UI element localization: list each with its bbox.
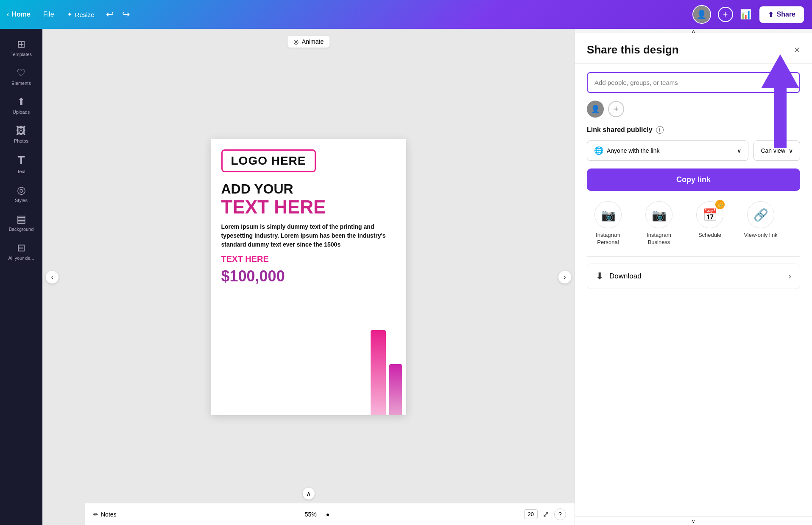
- divider: [587, 256, 800, 257]
- sidebar-item-photos[interactable]: 🖼 Photos: [2, 121, 40, 148]
- home-button[interactable]: ‹ Home: [7, 11, 31, 18]
- sidebar-item-templates[interactable]: ⊞ Templates: [2, 34, 40, 61]
- notes-button[interactable]: ✏ Notes: [93, 511, 117, 518]
- elements-label: Elements: [11, 81, 31, 86]
- share-panel: ∧ Share this design ✕ 👤 + Link shared pu…: [575, 29, 812, 525]
- share-input-wrap: [587, 72, 800, 93]
- schedule-icon-circle: 📅 👑: [696, 201, 723, 228]
- copy-link-button[interactable]: Copy link: [587, 168, 800, 191]
- instagram-business-label: Instagram Business: [638, 232, 680, 246]
- collapse-arrow-button[interactable]: ∧: [303, 488, 315, 500]
- zoom-slider-icon: —●—: [320, 511, 335, 518]
- link-shared-label: Link shared publicly: [587, 126, 653, 134]
- background-label: Background: [9, 227, 34, 232]
- bottom-bar: ✏ Notes 55% —●— 20 ⤢ ?: [85, 503, 575, 525]
- next-page-button[interactable]: ›: [558, 271, 571, 284]
- animate-label: Animate: [302, 38, 324, 45]
- resize-label: Resize: [75, 11, 95, 18]
- sidebar-item-background[interactable]: ▤ Background: [2, 209, 40, 236]
- elements-icon: ♡: [17, 67, 26, 79]
- home-label: Home: [11, 11, 30, 18]
- uploads-icon: ⬆: [17, 96, 25, 108]
- logo-text: LOGO HERE: [231, 154, 306, 167]
- text-here-small: TEXT HERE: [221, 254, 396, 264]
- share-view-only-link[interactable]: 🔗 View-only link: [739, 201, 782, 246]
- uploads-label: Uploads: [13, 109, 30, 115]
- share-button-wrap: ⬆ Share: [758, 5, 805, 24]
- text-icon: T: [17, 154, 25, 167]
- notes-label: Notes: [101, 511, 117, 518]
- add-person-button[interactable]: +: [608, 101, 624, 117]
- sidebar-item-text[interactable]: T Text: [2, 149, 40, 178]
- share-button[interactable]: ⬆ Share: [759, 6, 804, 23]
- analytics-icon[interactable]: 📊: [740, 9, 751, 20]
- templates-icon: ⊞: [17, 38, 25, 50]
- resize-button[interactable]: ✦ Resize: [67, 11, 95, 18]
- download-label: Download: [609, 272, 782, 281]
- expand-button[interactable]: ⤢: [543, 510, 549, 519]
- dropdown-chevron-1: ∨: [737, 147, 741, 154]
- page-number[interactable]: 20: [524, 509, 538, 519]
- anyone-link-label: Anyone with the link: [607, 147, 660, 154]
- all-icon: ⊟: [17, 242, 25, 254]
- person-avatar: 👤: [587, 101, 604, 118]
- bar-1: [371, 330, 386, 415]
- people-row: 👤 +: [587, 101, 800, 118]
- share-panel-body: 👤 + Link shared publicly i 🌐 Anyone with…: [575, 64, 812, 298]
- link-shared-row: Link shared publicly i: [587, 126, 800, 134]
- text-label: Text: [17, 169, 25, 174]
- download-icon: ⬇: [596, 271, 603, 282]
- schedule-label: Schedule: [698, 232, 721, 239]
- canvas-bars: [366, 330, 406, 415]
- panel-scroll-down-button[interactable]: ∨: [692, 518, 695, 524]
- close-share-panel-button[interactable]: ✕: [794, 45, 800, 55]
- add-your-text: ADD YOUR: [221, 181, 396, 197]
- text-here-big: TEXT HERE: [221, 197, 396, 217]
- templates-label: Templates: [11, 52, 32, 57]
- animate-icon: ◎: [293, 38, 299, 45]
- styles-icon: ◎: [17, 184, 26, 196]
- canvas-content: LOGO HERE ADD YOUR TEXT HERE Lorem Ipsum…: [211, 139, 406, 296]
- lorem-text: Lorem Ipsum is simply dummy text of the …: [221, 222, 396, 249]
- anyone-with-link-dropdown[interactable]: 🌐 Anyone with the link ∨: [587, 140, 748, 161]
- undo-button[interactable]: ↩: [103, 7, 117, 22]
- download-row[interactable]: ⬇ Download ›: [587, 264, 800, 289]
- can-view-dropdown[interactable]: Can view ∨: [753, 140, 800, 161]
- sidebar-item-elements[interactable]: ♡ Elements: [2, 63, 40, 90]
- share-instagram-personal[interactable]: 📷 Instagram Personal: [587, 201, 629, 246]
- topbar: ‹ Home File ✦ Resize ↩ ↪ 👤 + 📊 ⬆ Share: [0, 0, 812, 29]
- zoom-label: 55%: [305, 511, 317, 518]
- animate-button[interactable]: ◎ Animate: [287, 36, 329, 48]
- all-label: All your de...: [8, 255, 34, 261]
- dropdown-chevron-2: ∨: [789, 147, 793, 154]
- copy-link-label: Copy link: [676, 175, 711, 184]
- prev-page-button[interactable]: ‹: [46, 271, 59, 284]
- share-input[interactable]: [593, 73, 794, 92]
- help-button[interactable]: ?: [554, 508, 566, 520]
- sidebar-item-styles[interactable]: ◎ Styles: [2, 180, 40, 207]
- info-icon[interactable]: i: [656, 126, 664, 134]
- redo-button[interactable]: ↪: [119, 7, 133, 22]
- bar-2: [389, 364, 402, 415]
- view-only-link-label: View-only link: [744, 232, 777, 239]
- globe-icon: 🌐: [594, 146, 603, 155]
- share-label: Share: [777, 11, 795, 18]
- avatar: 👤: [692, 5, 711, 24]
- share-panel-header: Share this design ✕: [575, 33, 812, 64]
- canvas-wrapper[interactable]: LOGO HERE ADD YOUR TEXT HERE Lorem Ipsum…: [211, 139, 406, 415]
- can-view-label: Can view: [761, 147, 785, 154]
- logo-box: LOGO HERE: [221, 149, 316, 172]
- instagram-business-icon: 📷: [652, 208, 667, 222]
- add-to-team-button[interactable]: +: [718, 7, 733, 22]
- price-text: $100,000: [221, 267, 396, 285]
- view-only-link-icon-circle: 🔗: [747, 201, 774, 228]
- main-layout: ⊞ Templates ♡ Elements ⬆ Uploads 🖼 Photo…: [0, 29, 812, 525]
- share-schedule[interactable]: 📅 👑 Schedule: [689, 201, 731, 246]
- sidebar-item-all[interactable]: ⊟ All your de...: [2, 238, 40, 265]
- resize-icon: ✦: [67, 11, 73, 18]
- instagram-personal-icon-circle: 📷: [594, 201, 622, 228]
- file-button[interactable]: File: [39, 8, 59, 21]
- share-instagram-business[interactable]: 📷 Instagram Business: [638, 201, 680, 246]
- canvas-area: ‹ › ◎ Animate LOGO HERE ADD YOUR TEXT HE…: [42, 29, 575, 525]
- sidebar-item-uploads[interactable]: ⬆ Uploads: [2, 92, 40, 119]
